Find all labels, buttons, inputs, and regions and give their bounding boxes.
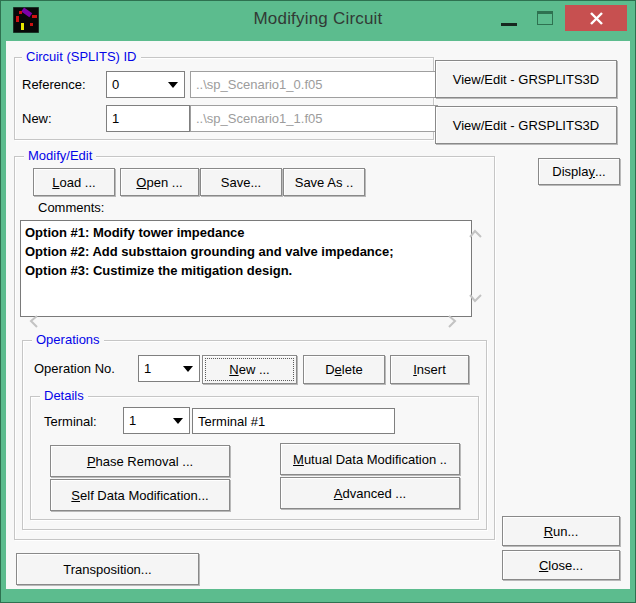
terminal-combobox-value: 1 bbox=[129, 413, 136, 428]
scroll-left-icon[interactable] bbox=[28, 314, 40, 329]
maximize-button[interactable] bbox=[535, 10, 555, 26]
delete-operation-button[interactable]: Delete bbox=[303, 355, 385, 384]
new-operation-button[interactable]: New ... bbox=[202, 355, 297, 384]
load-button[interactable]: Load ... bbox=[33, 168, 115, 196]
comment-line: Option #1: Modify tower impedance bbox=[25, 223, 467, 242]
reference-combobox-value: 0 bbox=[112, 77, 119, 92]
close-button[interactable]: Close... bbox=[502, 550, 620, 580]
new-file-field: ..\sp_Scenario1_1.f05 bbox=[190, 105, 438, 132]
circuit-splits-id-group-label: Circuit (SPLITS) ID bbox=[22, 50, 141, 64]
maximize-icon bbox=[537, 11, 553, 25]
save-button[interactable]: Save... bbox=[200, 168, 282, 196]
phase-removal-button[interactable]: Phase Removal ... bbox=[50, 445, 230, 477]
terminal-combobox[interactable]: 1 bbox=[123, 407, 190, 434]
comments-textarea[interactable]: Option #1: Modify tower impedance Option… bbox=[20, 220, 472, 317]
reference-label: Reference: bbox=[22, 77, 86, 92]
open-button[interactable]: Open ... bbox=[120, 168, 199, 196]
operation-no-combobox-value: 1 bbox=[144, 361, 151, 376]
modify-edit-group-label: Modify/Edit bbox=[24, 149, 96, 163]
operations-group-label: Operations bbox=[32, 333, 104, 347]
operation-no-label: Operation No. bbox=[34, 361, 115, 376]
comment-line: Option #2: Add substtaion grounding and … bbox=[25, 242, 467, 261]
insert-operation-button[interactable]: Insert bbox=[390, 355, 469, 384]
mutual-data-modification-button[interactable]: Mutual Data Modification .. bbox=[280, 443, 460, 475]
minimize-button[interactable] bbox=[495, 10, 523, 30]
advanced-button[interactable]: Advanced ... bbox=[280, 477, 460, 509]
reference-file-field: ..\sp_Scenario1_0.f05 bbox=[190, 71, 438, 98]
operation-no-combobox[interactable]: 1 bbox=[138, 355, 200, 382]
run-button[interactable]: Run... bbox=[502, 516, 620, 546]
modifying-circuit-dialog: Modifying Circuit Circuit (SPLITS) ID Re… bbox=[0, 0, 636, 603]
close-icon bbox=[590, 12, 603, 25]
save-as-button[interactable]: Save As .. bbox=[283, 168, 365, 196]
reference-combobox[interactable]: 0 bbox=[106, 71, 185, 98]
dropdown-arrow-icon[interactable] bbox=[173, 418, 183, 424]
new-id-input[interactable]: 1 bbox=[106, 105, 190, 132]
minimize-icon bbox=[501, 23, 517, 26]
transposition-button[interactable]: Transposition... bbox=[16, 553, 199, 585]
scroll-up-icon[interactable] bbox=[468, 228, 483, 240]
comments-label: Comments: bbox=[38, 200, 104, 215]
terminal-label: Terminal: bbox=[44, 414, 97, 429]
scroll-right-icon[interactable] bbox=[446, 314, 458, 329]
view-edit-reference-button[interactable]: View/Edit - GRSPLITS3D bbox=[435, 60, 617, 98]
dropdown-arrow-icon[interactable] bbox=[168, 82, 178, 88]
terminal-name-input[interactable]: Terminal #1 bbox=[192, 408, 395, 434]
details-group-label: Details bbox=[40, 389, 88, 403]
dropdown-arrow-icon[interactable] bbox=[183, 366, 193, 372]
new-label: New: bbox=[22, 111, 52, 126]
display-button[interactable]: Display ... bbox=[538, 158, 620, 185]
close-window-button[interactable] bbox=[565, 5, 627, 31]
self-data-modification-button[interactable]: Self Data Modification... bbox=[50, 479, 230, 511]
titlebar[interactable]: Modifying Circuit bbox=[0, 0, 636, 41]
comment-line: Option #3: Custimize the mitigation desi… bbox=[25, 261, 467, 280]
scroll-down-icon[interactable] bbox=[468, 292, 483, 304]
view-edit-new-button[interactable]: View/Edit - GRSPLITS3D bbox=[435, 106, 617, 144]
